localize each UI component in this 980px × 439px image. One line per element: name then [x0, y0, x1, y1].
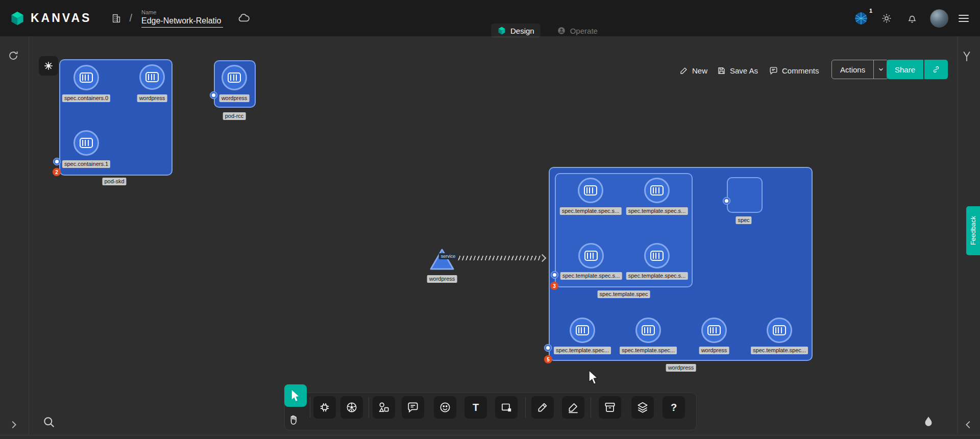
container-node[interactable]: [570, 318, 595, 343]
tool-component[interactable]: [313, 396, 336, 419]
tool-cursor[interactable]: [284, 384, 307, 407]
node-label: spec.containers.1: [62, 160, 110, 168]
comments-button[interactable]: Comments: [769, 63, 819, 78]
node-label: wordpress: [137, 94, 167, 102]
tool-annotate[interactable]: [531, 396, 554, 419]
tool-comment[interactable]: [402, 396, 424, 419]
tab-operate-label: Operate: [570, 27, 598, 35]
share-label: Share: [895, 65, 915, 74]
notification-count: 1: [869, 8, 872, 14]
operate-icon: [557, 26, 566, 35]
service-node[interactable]: [429, 248, 455, 271]
menu-hamburger-icon[interactable]: [959, 15, 969, 22]
tool-rectangle[interactable]: [495, 396, 518, 419]
layers-icon: [636, 401, 649, 414]
node-label: spec.containers.0: [62, 94, 110, 102]
kubernetes-badge[interactable]: [210, 91, 217, 99]
meshery-cloud-icon[interactable]: 1: [853, 11, 869, 26]
container-node[interactable]: [701, 318, 727, 343]
container-node[interactable]: [74, 130, 99, 156]
collapse-right-panel-icon[interactable]: [963, 419, 974, 430]
tab-operate[interactable]: Operate: [551, 23, 604, 38]
container-icon: [773, 325, 786, 335]
organization-icon[interactable]: [109, 11, 124, 26]
container-node[interactable]: [578, 243, 604, 269]
container-icon: [145, 72, 159, 82]
share-button[interactable]: Share: [887, 60, 923, 79]
container-node[interactable]: [578, 178, 603, 203]
tool-archive[interactable]: [599, 396, 621, 419]
notifications-bell-icon[interactable]: [904, 11, 920, 26]
tool-layers[interactable]: [631, 396, 654, 419]
settings-gear-icon[interactable]: [879, 11, 894, 26]
shapes-icon: [377, 401, 390, 414]
actions-dropdown-toggle[interactable]: [873, 60, 888, 79]
kubernetes-badge[interactable]: [723, 197, 730, 205]
copy-link-button[interactable]: [924, 60, 948, 79]
container-node[interactable]: [644, 178, 670, 203]
node-label: spec.template.spec...: [751, 347, 808, 354]
tool-sketch[interactable]: [562, 396, 584, 419]
container-node[interactable]: [635, 318, 661, 343]
edge-connector[interactable]: [456, 256, 541, 260]
container-icon: [642, 325, 655, 335]
feedback-label: Feedback: [969, 216, 977, 245]
container-node[interactable]: [222, 65, 247, 90]
mouse-cursor: [588, 370, 599, 385]
design-name-input[interactable]: [141, 16, 223, 28]
link-icon: [932, 65, 941, 74]
feedback-tab[interactable]: Feedback: [966, 206, 980, 255]
tool-shapes[interactable]: [373, 396, 395, 419]
tool-kubernetes[interactable]: [340, 396, 363, 419]
count-badge[interactable]: 3: [550, 282, 558, 290]
comment-icon: [769, 66, 778, 76]
tool-pan[interactable]: [282, 409, 305, 431]
rectangle-icon: [500, 401, 513, 414]
brand-name: KANVAS: [31, 11, 91, 25]
design-icon: [497, 26, 506, 35]
node-label: wordpress: [427, 275, 457, 283]
spec-box[interactable]: [727, 177, 763, 213]
comment-icon: [406, 401, 420, 414]
cloud-sync-icon[interactable]: [236, 11, 252, 26]
save-as-button[interactable]: Save As: [717, 63, 758, 78]
count-badge[interactable]: 2: [53, 168, 61, 176]
snapshot-flower-button[interactable]: [39, 56, 58, 76]
container-icon: [584, 185, 597, 196]
kanvas-logo-icon: [9, 10, 26, 27]
node-label: wordpress: [219, 94, 250, 102]
design-canvas[interactable]: Feedback New Save As Comments Actions: [0, 36, 980, 439]
text-icon: T: [473, 402, 479, 412]
kanvas-logo[interactable]: KANVAS: [9, 10, 91, 27]
ink-drop-icon[interactable]: [922, 415, 935, 428]
comments-label: Comments: [782, 66, 819, 75]
validate-y-icon[interactable]: [961, 50, 973, 62]
container-node[interactable]: [139, 64, 165, 90]
save-as-label: Save As: [730, 66, 758, 75]
kubernetes-badge[interactable]: [53, 158, 61, 165]
tool-help[interactable]: ?: [663, 396, 685, 419]
header-right: 1: [853, 9, 971, 28]
tool-doodle[interactable]: [434, 396, 456, 419]
annotate-pencil-icon: [536, 401, 549, 414]
zoom-search-icon[interactable]: [42, 415, 56, 429]
new-button[interactable]: New: [679, 63, 707, 78]
container-node[interactable]: [644, 243, 670, 269]
node-label: spec: [736, 216, 751, 224]
kubernetes-badge[interactable]: [551, 271, 558, 279]
share-group: Share: [887, 60, 948, 79]
actions-button[interactable]: Actions: [831, 60, 889, 79]
sync-refresh-icon[interactable]: [7, 50, 19, 62]
tab-design[interactable]: Design: [491, 23, 541, 38]
count-badge[interactable]: 5: [544, 355, 552, 363]
new-label: New: [692, 66, 707, 75]
group-label: spec.template.spec: [598, 290, 650, 298]
expand-left-panel-icon[interactable]: [8, 419, 19, 430]
group-spec-template-spec[interactable]: [555, 173, 693, 287]
container-node[interactable]: [767, 318, 792, 343]
kubernetes-badge[interactable]: [544, 344, 552, 352]
container-node[interactable]: [74, 65, 99, 90]
tool-text[interactable]: T: [464, 396, 487, 419]
archive-icon: [603, 401, 617, 414]
user-avatar[interactable]: [930, 9, 948, 28]
